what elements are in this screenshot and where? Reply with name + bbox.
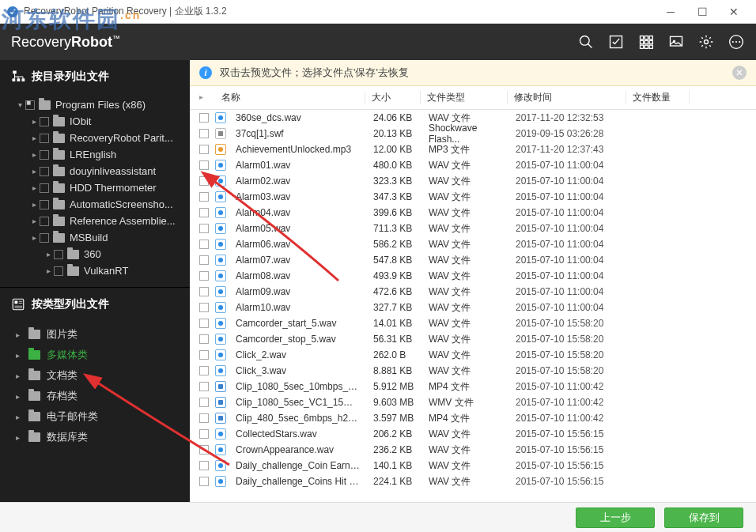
chevron-icon[interactable]: ▸ [16, 372, 25, 380]
checkbox[interactable] [54, 250, 63, 259]
chevron-icon[interactable]: ▸ [28, 233, 40, 242]
column-name[interactable]: 名称 [215, 91, 365, 104]
chevron-icon[interactable]: ▸ [16, 351, 25, 360]
column-size[interactable]: 大小 [365, 91, 421, 104]
table-row[interactable]: Alarm07.wav 547.8 KB WAV 文件 2015-07-10 1… [190, 252, 756, 268]
chevron-icon[interactable]: ▸ [28, 183, 40, 192]
row-checkbox[interactable] [199, 303, 209, 312]
chevron-icon[interactable]: ▸ [16, 330, 25, 339]
row-checkbox[interactable] [199, 192, 209, 202]
row-checkbox[interactable] [199, 208, 209, 217]
table-row[interactable]: AchievementUnlocked.mp3 12.00 KB MP3 文件 … [190, 141, 756, 157]
row-checkbox[interactable] [199, 429, 209, 439]
chevron-icon[interactable]: ▸ [16, 433, 25, 442]
category-item[interactable]: ▸ 电子邮件类 [0, 406, 190, 427]
row-checkbox[interactable] [199, 113, 209, 123]
tree-item[interactable]: ▸ AutomaticScreensho... [0, 196, 190, 213]
row-checkbox[interactable] [199, 477, 209, 486]
chevron-icon[interactable]: ▸ [28, 217, 40, 225]
checkbox[interactable] [40, 217, 49, 226]
table-row[interactable]: Camcorder_stop_5.wav 56.31 KB WAV 文件 201… [190, 331, 756, 347]
tree-item[interactable]: ▸ RecoveryRobot Parit... [0, 130, 190, 146]
table-row[interactable]: Alarm05.wav 711.3 KB WAV 文件 2015-07-10 1… [190, 221, 756, 236]
table-row[interactable]: Alarm06.wav 586.2 KB WAV 文件 2015-07-10 1… [190, 236, 756, 252]
tree-item[interactable]: ▸ 360 [0, 246, 190, 262]
checkbox[interactable] [40, 134, 49, 143]
row-checkbox[interactable] [199, 319, 209, 328]
table-row[interactable]: 37cq[1].swf 20.13 KB Shockwave Flash... … [190, 126, 756, 141]
checkbox-icon[interactable] [607, 33, 625, 51]
preview-icon[interactable] [667, 33, 685, 51]
table-row[interactable]: Camcorder_start_5.wav 14.01 KB WAV 文件 20… [190, 315, 756, 331]
table-row[interactable]: Alarm01.wav 480.0 KB WAV 文件 2015-07-10 1… [190, 157, 756, 173]
grid-view-icon[interactable] [637, 33, 655, 51]
table-row[interactable]: Alarm04.wav 399.6 KB WAV 文件 2015-07-10 1… [190, 205, 756, 221]
tree-item[interactable]: ▸ VulkanRT [0, 262, 190, 279]
row-checkbox[interactable] [199, 350, 209, 360]
column-count[interactable]: 文件数量 [626, 91, 690, 104]
save-button[interactable]: 保存到 [664, 507, 743, 528]
maximize-button[interactable]: ☐ [686, 0, 718, 24]
file-table-body[interactable]: 360se_dcs.wav 24.06 KB WAV 文件 2017-11-20… [190, 110, 756, 502]
expand-all-icon[interactable]: ▸ [199, 92, 203, 101]
row-checkbox[interactable] [199, 224, 209, 233]
table-row[interactable]: Alarm10.wav 327.7 KB WAV 文件 2015-07-10 1… [190, 300, 756, 315]
chevron-icon[interactable]: ▸ [43, 250, 54, 258]
category-item[interactable]: ▸ 图片类 [0, 324, 190, 345]
checkbox[interactable] [40, 117, 49, 126]
table-row[interactable]: Alarm02.wav 323.3 KB WAV 文件 2015-07-10 1… [190, 173, 756, 189]
row-checkbox[interactable] [199, 160, 209, 170]
row-checkbox[interactable] [199, 413, 209, 423]
table-row[interactable]: Daily_challenge_Coin Earn_a... 140.1 KB … [190, 458, 756, 474]
chevron-icon[interactable]: ▸ [28, 150, 40, 159]
chevron-icon[interactable]: ▸ [28, 134, 40, 142]
table-row[interactable]: Clip_1080_5sec_10mbps_h26... 5.912 MB MP… [190, 379, 756, 394]
chevron-icon[interactable]: ▸ [43, 266, 54, 275]
row-checkbox[interactable] [199, 176, 209, 186]
row-checkbox[interactable] [199, 461, 209, 470]
more-icon[interactable] [728, 33, 745, 51]
row-checkbox[interactable] [199, 240, 209, 249]
table-row[interactable]: Click_2.wav 262.0 B WAV 文件 2015-07-10 15… [190, 347, 756, 363]
tree-item[interactable]: ▸ douyinliveassistant [0, 163, 190, 179]
search-icon[interactable] [577, 33, 595, 51]
checkbox[interactable] [40, 200, 49, 209]
table-row[interactable]: Clip_1080_5sec_VC1_15mbp... 9.603 MB WMV… [190, 394, 756, 410]
category-item[interactable]: ▸ 多媒体类 [0, 345, 190, 365]
category-item[interactable]: ▸ 数据库类 [0, 427, 190, 447]
row-checkbox[interactable] [199, 145, 209, 154]
table-row[interactable]: Alarm09.wav 472.6 KB WAV 文件 2015-07-10 1… [190, 284, 756, 300]
table-row[interactable]: Alarm08.wav 493.9 KB WAV 文件 2015-07-10 1… [190, 268, 756, 284]
row-checkbox[interactable] [199, 287, 209, 296]
row-checkbox[interactable] [199, 255, 209, 265]
checkbox[interactable] [40, 233, 49, 243]
row-checkbox[interactable] [199, 398, 209, 407]
checkbox[interactable] [54, 266, 63, 276]
table-row[interactable]: CollectedStars.wav 206.2 KB WAV 文件 2015-… [190, 426, 756, 442]
banner-close-icon[interactable]: ✕ [732, 66, 747, 80]
checkbox[interactable] [25, 100, 35, 110]
row-checkbox[interactable] [199, 334, 209, 344]
row-checkbox[interactable] [199, 445, 209, 455]
chevron-icon[interactable]: ▸ [16, 392, 25, 401]
table-row[interactable]: Click_3.wav 8.881 KB WAV 文件 2015-07-10 1… [190, 363, 756, 379]
chevron-icon[interactable]: ▸ [16, 413, 25, 421]
checkbox[interactable] [40, 183, 49, 193]
gear-icon[interactable] [697, 33, 715, 51]
chevron-icon[interactable]: ▸ [28, 167, 40, 175]
tree-item[interactable]: ▸ HDD Thermometer [0, 179, 190, 196]
close-button[interactable]: ✕ [718, 0, 750, 24]
checkbox[interactable] [40, 167, 49, 176]
row-checkbox[interactable] [199, 129, 209, 138]
table-row[interactable]: Alarm03.wav 347.3 KB WAV 文件 2015-07-10 1… [190, 189, 756, 205]
table-row[interactable]: CrownAppearance.wav 236.2 KB WAV 文件 2015… [190, 442, 756, 458]
tree-item[interactable]: ▸ LREnglish [0, 146, 190, 163]
table-row[interactable]: Clip_480_5sec_6mbps_h264... 3.597 MB MP4… [190, 410, 756, 426]
row-checkbox[interactable] [199, 271, 209, 281]
tree-item[interactable]: ▸ Reference Assemblie... [0, 213, 190, 229]
category-item[interactable]: ▸ 存档类 [0, 386, 190, 406]
chevron-icon[interactable]: ▸ [28, 200, 40, 209]
column-date[interactable]: 修改时间 [508, 91, 626, 104]
column-type[interactable]: 文件类型 [421, 91, 508, 104]
row-checkbox[interactable] [199, 382, 209, 391]
